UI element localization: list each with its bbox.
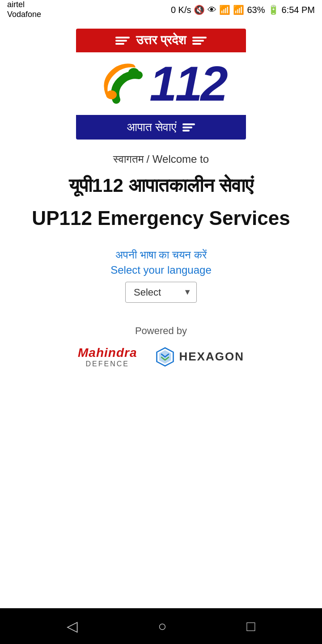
- app-logo: उत्तर प्रदेश 112 आपात सेवाएं: [76, 29, 246, 140]
- english-title: UP112 Emergency Services: [32, 205, 290, 231]
- hindi-title: यूपी112 आपातकालीन सेवाएं: [69, 174, 253, 198]
- svg-point-1: [128, 68, 139, 77]
- powered-by-label: Powered by: [78, 325, 244, 337]
- mahindra-defence-sub: DEFENCE: [86, 360, 129, 368]
- home-button[interactable]: ○: [158, 618, 166, 635]
- tricolor-phone-icon: [96, 57, 149, 110]
- hexagon-icon: [155, 347, 175, 367]
- hexagon-brand-name: HEXAGON: [179, 350, 244, 364]
- up-banner-text: उत्तर प्रदेश: [136, 33, 186, 48]
- powered-by-section: Powered by Mahindra DEFENCE HEXAGON: [78, 325, 244, 368]
- up-banner: उत्तर प्रदेश: [76, 29, 246, 52]
- main-content: उत्तर प्रदेश 112 आपात सेवाएं: [0, 20, 322, 608]
- carrier2-label: Vodafone: [7, 10, 41, 20]
- aapat-banner-lines: [182, 123, 195, 131]
- language-prompt-english: Select your language: [110, 264, 212, 276]
- carrier1-label: airtel: [7, 0, 41, 10]
- svg-point-0: [106, 90, 117, 99]
- phone-number-area: 112: [76, 52, 246, 115]
- eye-icon: 👁: [208, 5, 216, 15]
- welcome-label: स्वागतम / Welcome to: [113, 153, 209, 165]
- carrier-info: airtel Vodafone: [7, 0, 41, 19]
- bottom-nav-bar: ◁ ○ □: [0, 608, 322, 644]
- emergency-number: 112: [149, 59, 226, 108]
- status-bar: airtel Vodafone 0 K/s 🔇 👁 📶 📶 63% 🔋 6:54…: [0, 0, 322, 20]
- battery-icon: 🔋: [268, 4, 279, 15]
- language-prompt-hindi: अपनी भाषा का चयन करें: [115, 249, 207, 261]
- language-select[interactable]: Select Hindi English Urdu Bengali: [125, 282, 197, 303]
- recent-apps-button[interactable]: □: [246, 618, 255, 635]
- back-button[interactable]: ◁: [67, 618, 78, 635]
- battery-label: 63%: [247, 5, 265, 15]
- wifi-icon: 📶: [219, 4, 230, 15]
- language-section: अपनी भाषा का चयन करें Select your langua…: [110, 249, 212, 303]
- brand-logos: Mahindra DEFENCE HEXAGON: [78, 346, 244, 368]
- status-icons: 0 K/s 🔇 👁 📶 📶 63% 🔋 6:54 PM: [171, 4, 315, 15]
- language-select-wrapper[interactable]: Select Hindi English Urdu Bengali ▼: [125, 282, 197, 303]
- aapat-banner-text: आपात सेवाएं: [127, 120, 176, 134]
- hexagon-logo: HEXAGON: [155, 347, 244, 367]
- mahindra-defence-logo: Mahindra DEFENCE: [78, 346, 137, 368]
- mute-icon: 🔇: [194, 4, 205, 15]
- aapat-banner: आपात सेवाएं: [76, 115, 246, 140]
- speed-label: 0 K/s: [171, 5, 191, 15]
- time-label: 6:54 PM: [282, 5, 315, 15]
- signal1-icon: 📶: [233, 4, 244, 15]
- banner-lines-right: [192, 37, 207, 45]
- mahindra-brand-name: Mahindra: [78, 346, 137, 360]
- banner-lines-left: [115, 37, 130, 45]
